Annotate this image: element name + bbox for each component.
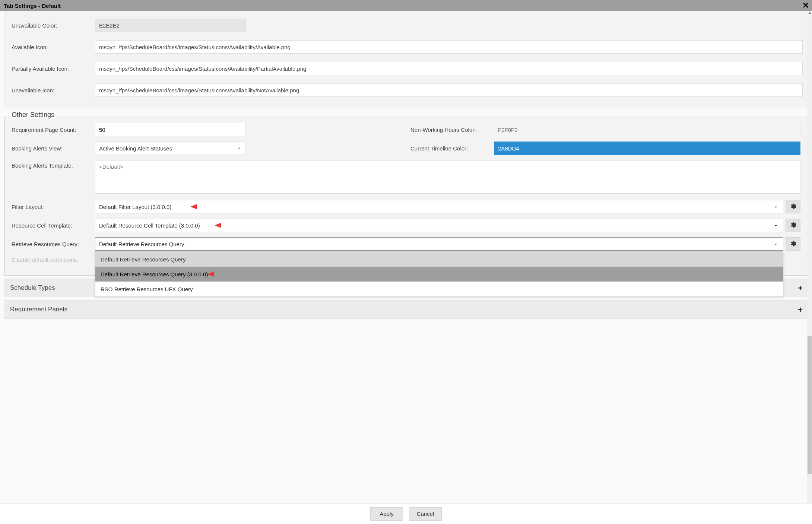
scroll-up-icon: [808, 12, 811, 14]
row-unavailable-color: Unavailable Color: E2E2E2: [12, 19, 803, 32]
textarea-booking-alerts-tpl[interactable]: [95, 160, 800, 194]
chevron-down-icon: [773, 242, 778, 248]
swatch-timeline-value: 2A8DD4: [498, 145, 519, 152]
gear-icon: [790, 240, 796, 248]
row-timeline-color: Current Timeline Color: 2A8DD4: [410, 142, 800, 155]
gear-button-resource-cell[interactable]: [786, 219, 800, 232]
plus-icon: +: [798, 283, 803, 293]
row-booking-alerts-tpl: Booking Alerts Template:: [12, 160, 800, 195]
input-available-icon[interactable]: [95, 40, 803, 54]
row-unavailable-icon: Unavailable Icon:: [12, 83, 803, 97]
dropdown-option[interactable]: Default Retrieve Resources Query: [95, 252, 783, 267]
input-req-page-count[interactable]: [95, 123, 246, 136]
input-partial-icon[interactable]: [95, 62, 803, 75]
row-booking-alerts-view: Booking Alerts View: Active Booking Aler…: [12, 142, 402, 155]
apply-button[interactable]: Apply: [370, 507, 403, 521]
plus-icon: +: [798, 305, 803, 315]
other-settings-fieldset: Other Settings Requirement Page Count: B…: [4, 116, 808, 276]
close-icon[interactable]: ✕: [802, 1, 809, 10]
chevron-down-icon: [237, 146, 242, 152]
label-timeline-color: Current Timeline Color:: [410, 145, 494, 152]
tab-settings-dialog: Tab Settings - Default ✕ Unavailable Col…: [0, 0, 812, 524]
dialog-content[interactable]: Unavailable Color: E2E2E2 Available Icon…: [0, 11, 812, 503]
dropdown-filter-layout[interactable]: Default Filter Layout (3.0.0.0): [95, 200, 783, 213]
label-retrieve-query: Retrieve Resources Query:: [12, 241, 95, 247]
dropdown-option-label: Default Retrieve Resources Query (3.0.0.…: [101, 271, 208, 277]
swatch-timeline-color[interactable]: 2A8DD4: [494, 142, 800, 155]
label-booking-alerts-tpl: Booking Alerts Template:: [12, 160, 95, 169]
dropdown-retrieve-query-list: Default Retrieve Resources Query Default…: [95, 251, 783, 297]
dropdown-option[interactable]: Default Retrieve Resources Query (3.0.0.…: [95, 267, 783, 282]
swatch-nonworking-color[interactable]: F0F0F0: [494, 123, 800, 136]
row-retrieve-query: Retrieve Resources Query: Default Retrie…: [12, 237, 800, 251]
top-section: Unavailable Color: E2E2E2 Available Icon…: [4, 11, 808, 108]
label-partial-icon: Partially Available Icon:: [12, 66, 95, 72]
gear-icon: [790, 222, 796, 229]
dropdown-resource-cell[interactable]: Default Resource Cell Template (3.0.0.0): [95, 219, 783, 232]
row-req-page-count: Requirement Page Count:: [12, 123, 402, 136]
gear-button-filter-layout[interactable]: [786, 200, 800, 213]
gear-icon: [790, 203, 796, 211]
annotation-arrow-icon: [207, 270, 233, 279]
chevron-down-icon: [773, 204, 778, 211]
swatch-nonworking-value: F0F0F0: [498, 127, 518, 133]
row-filter-layout: Filter Layout: Default Filter Layout (3.…: [12, 200, 800, 213]
label-nonworking-color: Non-Working Hours Color:: [410, 127, 494, 133]
dropdown-filter-layout-value: Default Filter Layout (3.0.0.0): [99, 204, 171, 210]
label-unavailable-color: Unavailable Color:: [12, 22, 95, 29]
swatch-unavailable-color[interactable]: E2E2E2: [95, 19, 246, 32]
row-available-icon: Available Icon:: [12, 40, 803, 54]
dropdown-retrieve-query-value: Default Retrieve Resources Query: [99, 241, 184, 247]
dropdown-retrieve-query[interactable]: Default Retrieve Resources Query: [95, 237, 783, 251]
dialog-title: Tab Settings - Default: [4, 3, 61, 9]
dropdown-booking-alerts-view[interactable]: Active Booking Alert Statuses: [95, 142, 246, 155]
swatch-unavailable-color-value: E2E2E2: [99, 22, 120, 29]
row-partial-icon: Partially Available Icon:: [12, 62, 803, 75]
dialog-footer: Apply Cancel: [0, 503, 812, 524]
other-settings-legend: Other Settings: [9, 111, 57, 119]
label-resource-cell: Resource Cell Template:: [12, 222, 95, 229]
gear-button-retrieve-query[interactable]: [786, 237, 800, 251]
row-resource-cell: Resource Cell Template: Default Resource…: [12, 219, 800, 232]
scrollbar-thumb[interactable]: [808, 336, 812, 474]
label-unavailable-icon: Unavailable Icon:: [12, 87, 95, 93]
dropdown-option[interactable]: RSO Retrieve Resources UFX Query: [95, 282, 783, 296]
chevron-down-icon: [773, 223, 778, 229]
scrollbar[interactable]: [807, 11, 812, 503]
label-filter-layout: Filter Layout:: [12, 204, 95, 210]
other-two-col: Requirement Page Count: Booking Alerts V…: [12, 123, 800, 160]
cancel-button[interactable]: Cancel: [409, 507, 442, 521]
label-available-icon: Available Icon:: [12, 44, 95, 50]
dropdown-booking-alerts-view-value: Active Booking Alert Statuses: [99, 145, 172, 152]
section-title-requirement-panels: Requirement Panels: [10, 306, 67, 313]
label-disable-extensions: Disable default extensions:: [12, 257, 95, 263]
label-req-page-count: Requirement Page Count:: [12, 127, 95, 133]
section-title-schedule-types: Schedule Types: [10, 284, 55, 292]
input-unavailable-icon[interactable]: [95, 83, 803, 97]
row-nonworking-color: Non-Working Hours Color: F0F0F0: [410, 123, 800, 136]
label-booking-alerts-view: Booking Alerts View:: [12, 145, 95, 152]
dropdown-resource-cell-value: Default Resource Cell Template (3.0.0.0): [99, 222, 200, 229]
section-header-requirement-panels[interactable]: Requirement Panels +: [4, 300, 808, 319]
dialog-titlebar: Tab Settings - Default ✕: [0, 0, 812, 11]
